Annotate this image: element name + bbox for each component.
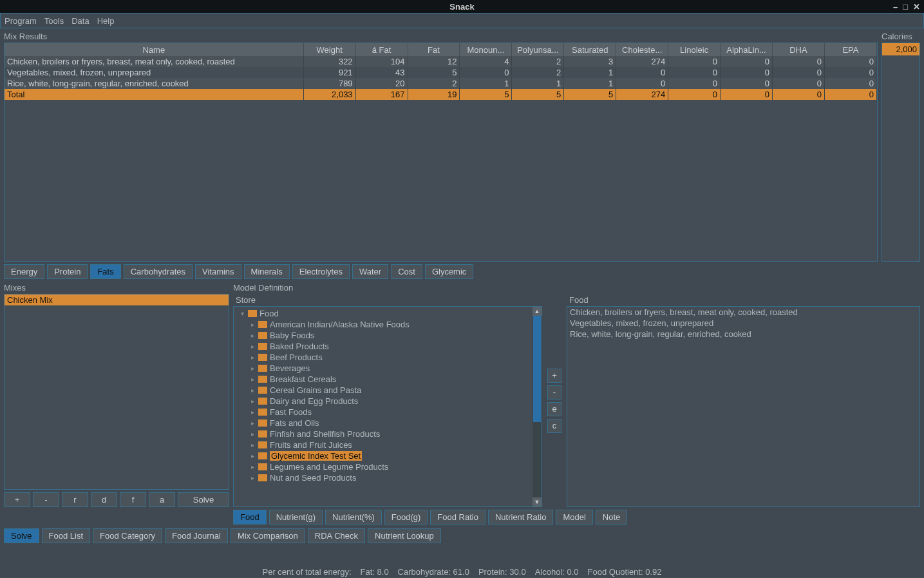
- tree-item[interactable]: ▸Fast Foods: [234, 407, 542, 418]
- mixes-btn-solve[interactable]: Solve: [178, 492, 229, 507]
- tree-item[interactable]: ▸Baby Foods: [234, 330, 542, 341]
- model-tab-foodratio[interactable]: Food Ratio: [430, 510, 486, 525]
- tab-cost[interactable]: Cost: [391, 264, 422, 279]
- tab-glycemic[interactable]: Glycemic: [425, 264, 473, 279]
- mixes-btn-r[interactable]: r: [62, 492, 88, 507]
- store-btn--[interactable]: -: [547, 385, 561, 400]
- tree-item[interactable]: ▸Fats and Oils: [234, 418, 542, 429]
- mix-col-header[interactable]: Fat: [408, 43, 460, 56]
- tree-item[interactable]: ▸Cereal Grains and Pasta: [234, 385, 542, 396]
- tab-electrolytes[interactable]: Electrolytes: [292, 264, 350, 279]
- tree-item[interactable]: ▸Beef Products: [234, 352, 542, 363]
- bottom-tab-nutrient-lookup[interactable]: Nutrient Lookup: [368, 528, 441, 543]
- mixes-btn-f[interactable]: f: [120, 492, 146, 507]
- mix-col-header[interactable]: Name: [5, 43, 303, 56]
- store-btn-+[interactable]: +: [547, 369, 561, 383]
- folder-icon: [258, 343, 267, 350]
- table-row[interactable]: Vegetables, mixed, frozen, unprepared921…: [5, 67, 877, 78]
- mix-col-header[interactable]: Monoun...: [460, 43, 512, 56]
- scroll-thumb[interactable]: [533, 316, 541, 422]
- food-item[interactable]: Rice, white, long-grain, regular, enrich…: [567, 329, 919, 340]
- tree-item[interactable]: ▸Nut and Seed Products: [234, 472, 542, 483]
- bottom-tab-food-category[interactable]: Food Category: [93, 528, 162, 543]
- tab-energy[interactable]: Energy: [4, 264, 44, 279]
- model-tab-nutrientg[interactable]: Nutrient(g): [269, 510, 323, 525]
- folder-icon: [258, 398, 267, 405]
- store-tree[interactable]: ▾Food▸American Indian/Alaska Native Food…: [233, 306, 542, 507]
- tree-item[interactable]: ▸Glycemic Index Test Set: [234, 450, 542, 461]
- food-item[interactable]: Chicken, broilers or fryers, breast, mea…: [567, 307, 919, 318]
- minimize-icon[interactable]: –: [893, 2, 898, 12]
- table-row[interactable]: Rice, white, long-grain, regular, enrich…: [5, 78, 877, 89]
- folder-icon: [258, 365, 267, 372]
- mix-col-header[interactable]: AlphaLin...: [721, 43, 773, 56]
- mix-col-header[interactable]: Polyunsa...: [512, 43, 564, 56]
- status-protein: Protein: 30.0: [478, 567, 526, 577]
- tree-item[interactable]: ▸Finfish and Shellfish Products: [234, 429, 542, 439]
- tab-protein[interactable]: Protein: [47, 264, 88, 279]
- mix-col-header[interactable]: Saturated: [564, 43, 616, 56]
- scrollbar[interactable]: ▲ ▼: [533, 307, 542, 506]
- folder-icon: [258, 354, 267, 361]
- tree-item[interactable]: ▾Food: [234, 308, 542, 319]
- maximize-icon[interactable]: □: [903, 2, 908, 12]
- folder-icon: [258, 463, 267, 470]
- tree-item[interactable]: ▸Dairy and Egg Products: [234, 396, 542, 407]
- table-row[interactable]: Chicken, broilers or fryers, breast, mea…: [5, 56, 877, 67]
- mixes-btn-+[interactable]: +: [4, 492, 30, 507]
- mixes-btn-d[interactable]: d: [91, 492, 117, 507]
- model-tab-food[interactable]: Food: [233, 510, 267, 525]
- mix-col-header[interactable]: Choleste...: [616, 43, 668, 56]
- mixes-item[interactable]: Chicken Mix: [5, 294, 229, 305]
- mix-col-header[interactable]: DHA: [772, 43, 824, 56]
- folder-icon: [248, 310, 257, 317]
- close-icon[interactable]: ✕: [913, 2, 920, 12]
- model-tab-nutrientratio[interactable]: Nutrient Ratio: [488, 510, 553, 525]
- tree-item[interactable]: ▸Fruits and Fruit Juices: [234, 439, 542, 450]
- statusbar: Per cent of total energy: Fat: 8.0 Carbo…: [0, 565, 924, 578]
- scroll-up-icon[interactable]: ▲: [533, 307, 542, 316]
- model-def-label: Model Definition: [233, 282, 920, 294]
- mix-results-table[interactable]: NameWeightá FatFatMonoun...Polyunsa...Sa…: [5, 43, 877, 100]
- folder-icon: [258, 452, 267, 459]
- menu-help[interactable]: Help: [97, 16, 115, 26]
- menu-data[interactable]: Data: [71, 16, 89, 26]
- scroll-down-icon[interactable]: ▼: [533, 497, 542, 506]
- tab-fats[interactable]: Fats: [90, 264, 120, 279]
- menu-tools[interactable]: Tools: [44, 16, 64, 26]
- mixes-label: Mixes: [4, 282, 229, 294]
- mix-col-header[interactable]: Linoleic: [668, 43, 721, 56]
- bottom-tab-solve[interactable]: Solve: [4, 528, 39, 543]
- calories-label: Calories: [882, 30, 920, 43]
- mix-col-header[interactable]: Weight: [303, 43, 355, 56]
- model-tab-foodg[interactable]: Food(g): [384, 510, 428, 525]
- bottom-tab-food-list[interactable]: Food List: [42, 528, 90, 543]
- tree-item[interactable]: ▸Baked Products: [234, 341, 542, 352]
- tab-minerals[interactable]: Minerals: [244, 264, 290, 279]
- model-tab-note[interactable]: Note: [596, 510, 627, 525]
- tab-vitamins[interactable]: Vitamins: [195, 264, 241, 279]
- bottom-tab-mix-comparison[interactable]: Mix Comparison: [231, 528, 305, 543]
- model-tab-model[interactable]: Model: [556, 510, 592, 525]
- folder-icon: [258, 376, 267, 383]
- food-list[interactable]: Chicken, broilers or fryers, breast, mea…: [567, 306, 920, 507]
- mixes-btn--[interactable]: -: [33, 492, 59, 507]
- tab-water[interactable]: Water: [352, 264, 388, 279]
- bottom-tab-rda-check[interactable]: RDA Check: [308, 528, 365, 543]
- tree-item[interactable]: ▸Legumes and Legume Products: [234, 461, 542, 472]
- mixes-btn-a[interactable]: a: [149, 492, 175, 507]
- mix-col-header[interactable]: á Fat: [355, 43, 408, 56]
- tree-item[interactable]: ▸Breakfast Cereals: [234, 374, 542, 385]
- food-item[interactable]: Vegetables, mixed, frozen, unprepared: [567, 318, 919, 329]
- menu-program[interactable]: Program: [5, 16, 37, 26]
- status-fq: Food Quotient: 0.92: [588, 567, 662, 577]
- bottom-tab-food-journal[interactable]: Food Journal: [165, 528, 228, 543]
- mixes-list[interactable]: Chicken Mix: [4, 294, 229, 490]
- tab-carbohydrates[interactable]: Carbohydrates: [124, 264, 193, 279]
- store-btn-e[interactable]: e: [547, 402, 561, 416]
- tree-item[interactable]: ▸American Indian/Alaska Native Foods: [234, 319, 542, 330]
- model-tab-nutrient[interactable]: Nutrient(%): [325, 510, 382, 525]
- tree-item[interactable]: ▸Beverages: [234, 363, 542, 374]
- mix-col-header[interactable]: EPA: [824, 43, 876, 56]
- store-btn-c[interactable]: c: [547, 419, 561, 433]
